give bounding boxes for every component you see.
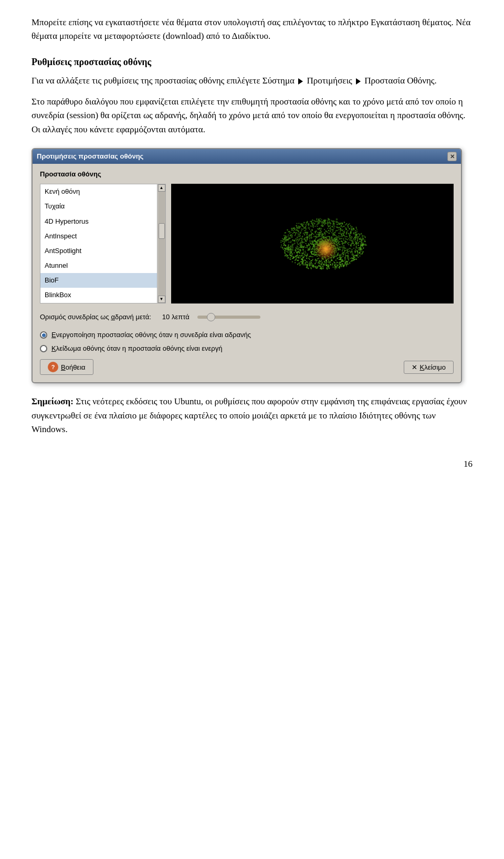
list-item-4d[interactable]: 4D Hypertorus	[40, 214, 157, 229]
screensaver-scrollbar[interactable]: ▲ ▼	[157, 184, 165, 303]
list-item-blinkbox[interactable]: BlinkBox	[40, 288, 157, 302]
session-row: Ορισμός συνεδρίας ως αδρανή μετά: 10 λεπ…	[40, 309, 454, 326]
dialog-titlebar: Προτιμήσεις προστασίας οθόνης ✕	[33, 149, 461, 164]
section-heading: Ρυθμίσεις προστασίας οθόνης	[32, 55, 472, 70]
paragraph1: Μπορείτε επίσης να εγκαταστήσετε νέα θέμ…	[32, 16, 472, 44]
note-text: Στις νεότερες εκδόσεις του Ubuntu, οι ρυ…	[32, 396, 467, 434]
page-number-container: 16	[32, 457, 472, 471]
radio-button-1[interactable]	[40, 331, 47, 339]
screensaver-list-container: Κενή οθόνη Τυχαία 4D Hypertorus AntInspe…	[40, 184, 166, 303]
list-item-random[interactable]: Τυχαία	[40, 199, 157, 214]
close-dialog-button[interactable]: ✕ Κλείσιμο	[404, 361, 454, 374]
dialog-buttons-row: ? Βοήθεια ✕ Κλείσιμο	[40, 359, 454, 375]
slider-track[interactable]	[197, 316, 260, 319]
paragraph2: Για να αλλάξετε τις ρυθμίσεις της προστα…	[32, 74, 472, 88]
screensaver-preview	[171, 184, 454, 303]
help-button[interactable]: ? Βοήθεια	[40, 359, 93, 375]
dialog-main-row: Κενή οθόνη Τυχαία 4D Hypertorus AntInspe…	[40, 184, 454, 303]
help-button-label: Βοήθεια	[61, 363, 86, 371]
dialog-close-button[interactable]: ✕	[447, 152, 457, 161]
slider-thumb[interactable]	[207, 313, 215, 321]
radio-row-2: Κλείδωμα οθόνης όταν η προστασία οθόνης …	[40, 343, 454, 354]
session-slider-container: 10 λεπτά	[158, 312, 260, 322]
close-button-label: Κλείσιμο	[420, 363, 446, 371]
radio-row-1: Ενεργοποίηση προστασίας οθόνης όταν η συ…	[40, 330, 454, 340]
radio-button-2[interactable]	[40, 345, 47, 352]
list-item-biof[interactable]: BioF	[40, 273, 157, 288]
dialog-title: Προτιμήσεις προστασίας οθόνης	[37, 151, 143, 162]
screensaver-dialog: Προτιμήσεις προστασίας οθόνης ✕ Προστασί…	[32, 148, 462, 383]
preview-canvas	[171, 184, 454, 303]
bottom-note: Σημείωση: Στις νεότερες εκδόσεις του Ubu…	[32, 395, 472, 436]
help-icon: ?	[48, 362, 58, 372]
note-bold-label: Σημείωση:	[32, 396, 74, 406]
list-item-antinspect[interactable]: AntInspect	[40, 229, 157, 244]
radio-label-2: Κλείδωμα οθόνης όταν η προστασία οθόνης …	[51, 343, 222, 354]
paragraph2-part3: Προστασία Οθόνης.	[364, 76, 437, 86]
radio1-underline: Ε	[51, 331, 56, 339]
arrow-icon-1	[298, 78, 303, 85]
paragraph2-part2: Προτιμήσεις	[307, 76, 352, 86]
radio-label-1: Ενεργοποίηση προστασίας οθόνης όταν η συ…	[51, 330, 251, 340]
scrollbar-down-button[interactable]: ▼	[158, 296, 165, 303]
close-x-label: ✕	[412, 363, 417, 371]
screensaver-list: Κενή οθόνη Τυχαία 4D Hypertorus AntInspe…	[40, 184, 157, 303]
dialog-body: Προστασία οθόνης Κενή οθόνη Τυχαία 4D Hy…	[33, 164, 461, 382]
session-label-underline: α	[111, 313, 115, 321]
scrollbar-thumb[interactable]	[159, 223, 165, 239]
paragraph3: Στο παράθυρο διαλόγου που εμφανίζεται επ…	[32, 95, 472, 137]
scrollbar-track[interactable]	[158, 192, 165, 296]
list-item-atunnel[interactable]: Atunnel	[40, 258, 157, 273]
session-time-label: 10 λεπτά	[158, 312, 194, 322]
scrollbar-up-button[interactable]: ▲	[158, 184, 165, 192]
paragraph2-part1: Για να αλλάξετε τις ρυθμίσεις της προστα…	[32, 76, 295, 86]
page-number: 16	[464, 459, 472, 469]
list-item-antspotlight[interactable]: AntSpotlight	[40, 244, 157, 258]
radio2-underline: Κ	[51, 344, 56, 352]
dialog-section-label: Προστασία οθόνης	[40, 169, 454, 180]
arrow-icon-2	[356, 78, 361, 85]
list-item-blank[interactable]: Κενή οθόνη	[40, 184, 157, 199]
session-label: Ορισμός συνεδρίας ως αδρανή μετά:	[40, 312, 151, 322]
